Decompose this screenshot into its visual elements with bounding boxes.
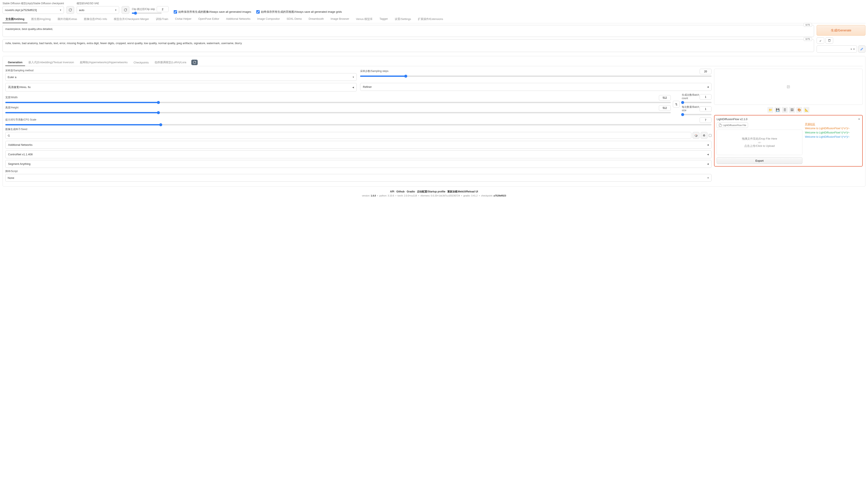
ldf-file-label: LightDiffusionFlow File xyxy=(716,123,748,128)
tab-14[interactable]: Tagger xyxy=(376,15,391,23)
send-inpaint-button[interactable]: 🎨 xyxy=(796,107,802,113)
sub-tab-4[interactable]: 低秩微调模型(LoRA)/Lora xyxy=(152,59,189,66)
width-input[interactable] xyxy=(659,95,671,101)
footer-link-0[interactable]: API xyxy=(390,190,394,193)
ckpt-field: Stable Diffusion 模型(ckpt)/Stable Diffusi… xyxy=(2,2,64,14)
save-grids-label: 始终保存所有生成的宫格图/Always save all generated i… xyxy=(261,10,342,14)
send-extras-button[interactable]: 📐 xyxy=(804,107,809,113)
batch-count-slider[interactable] xyxy=(682,102,712,103)
cfg-input[interactable] xyxy=(700,117,712,123)
checkbox-icon[interactable] xyxy=(174,10,177,13)
footer-link-4[interactable]: 重新加载WebUI/Reload UI xyxy=(447,190,478,193)
tab-5[interactable]: 训练/Train xyxy=(153,15,171,23)
tab-3[interactable]: 图像信息/PNG Info xyxy=(81,15,110,23)
seed-extra-checkbox[interactable] xyxy=(709,134,712,137)
ldf-export-button[interactable]: Export xyxy=(716,157,803,164)
sub-tab-1[interactable]: 嵌入式(Embedding)/Textual Inversion xyxy=(26,59,77,66)
tab-13[interactable]: Venus 模型库 xyxy=(353,15,376,23)
footer-link-2[interactable]: Gradio xyxy=(406,190,415,193)
additional-networks-accordion[interactable]: Additional Networks ◀ xyxy=(5,141,712,149)
footer-link-1[interactable]: Github xyxy=(396,190,405,193)
script-label: 脚本/Script xyxy=(5,169,712,173)
height-slider[interactable] xyxy=(5,112,671,113)
batch-size-input[interactable] xyxy=(700,106,712,112)
segment-anything-accordion[interactable]: Segment Anything ◀ xyxy=(5,160,712,168)
script-select[interactable]: None ▼ xyxy=(5,174,712,181)
tab-4[interactable]: 模型合并/Checkpoint Merger xyxy=(111,15,152,23)
tab-9[interactable]: Image Compositor xyxy=(254,15,283,23)
folder-button[interactable]: 📁 xyxy=(767,107,773,113)
tab-1[interactable]: 图生图/img2img xyxy=(28,15,54,23)
clip-slider[interactable] xyxy=(132,12,162,14)
arrow-down-left-button[interactable]: ↙ xyxy=(817,37,824,44)
checkbox-icon[interactable] xyxy=(256,10,260,13)
save-button[interactable]: 💾 xyxy=(775,107,781,113)
steps-slider[interactable] xyxy=(360,75,712,77)
save-grids-checkbox[interactable]: 始终保存所有生成的宫格图/Always save all generated i… xyxy=(256,10,342,14)
batch-size-label: 每次数量/Batch size xyxy=(682,105,700,112)
negative-prompt-input[interactable] xyxy=(2,39,814,52)
tab-12[interactable]: Image Browser xyxy=(328,15,352,23)
edit-styles-button[interactable] xyxy=(858,45,866,53)
steps-input[interactable] xyxy=(700,69,712,74)
trash-button[interactable] xyxy=(826,37,833,44)
footer-link-3[interactable]: 启动配置/Startup profile xyxy=(417,190,445,193)
sampler-select[interactable]: Euler a ▼ xyxy=(5,73,357,81)
vae-select[interactable]: auto ▼ xyxy=(77,6,119,14)
footer-links: API · Github · Gradio · 启动配置/Startup pro… xyxy=(2,190,866,194)
styles-select[interactable]: × ▼ xyxy=(817,45,857,53)
chevron-left-icon: ◀ xyxy=(707,86,709,88)
ckpt-refresh-button[interactable] xyxy=(66,6,74,14)
height-input[interactable] xyxy=(659,105,671,111)
seed-recycle-button[interactable]: ♻ xyxy=(701,132,707,139)
cfg-slider[interactable] xyxy=(5,124,712,125)
batch-size-slider[interactable] xyxy=(682,114,712,115)
tab-8[interactable]: Additional Networks xyxy=(223,15,254,23)
batch-count-input[interactable] xyxy=(700,94,712,100)
batch-count-label: 生成次数/Batch count xyxy=(682,93,700,100)
clip-label: Clip 跳过层/Clip skip xyxy=(132,8,155,11)
main-tabs: 文生图/txt2img图生图/img2img额外功能/Extras图像信息/PN… xyxy=(2,15,866,23)
tab-2[interactable]: 额外功能/Extras xyxy=(54,15,80,23)
refiner-label: Refiner xyxy=(363,85,372,88)
vae-refresh-button[interactable] xyxy=(122,6,129,14)
ckpt-label: Stable Diffusion 模型(ckpt)/Stable Diffusi… xyxy=(2,2,64,5)
ldf-community-link[interactable]: 开源社区 xyxy=(805,123,860,126)
save-images-checkbox[interactable]: 始终保存所有生成的图像/Always save all generated im… xyxy=(174,10,251,14)
drop-line1: 拖拽文件至此/Drop File Here xyxy=(742,137,777,141)
tab-15[interactable]: 设置/Settings xyxy=(392,15,414,23)
ldf-drop-zone[interactable]: 拖拽文件至此/Drop File Here -or- 点击上传/Click to… xyxy=(716,130,803,155)
zip-button[interactable]: 🗄 xyxy=(782,107,788,113)
tab-16[interactable]: 扩展插件/Extensions xyxy=(415,15,446,23)
sub-tab-0[interactable]: Generation xyxy=(5,59,25,66)
tab-0[interactable]: 文生图/txt2img xyxy=(2,15,28,23)
tab-7[interactable]: OpenPose Editor xyxy=(195,15,222,23)
sub-tab-3[interactable]: Checkpoints xyxy=(131,59,152,66)
segment-label: Segment Anything xyxy=(8,162,31,166)
swap-dimensions-button[interactable]: ⇅ xyxy=(673,101,680,107)
file-icon xyxy=(719,124,722,127)
generate-button[interactable]: 生成/Generate xyxy=(817,25,866,36)
tab-10[interactable]: SDXL Demo xyxy=(284,15,305,23)
width-slider[interactable] xyxy=(5,102,671,103)
ldf-msg-2: Welcome to LightDiffusionFlow! \(^o^)/~ xyxy=(805,131,860,134)
sub-tab-2[interactable]: 超网络(Hypernetworks)/Hypernetworks xyxy=(77,59,130,66)
footer: API · Github · Gradio · 启动配置/Startup pro… xyxy=(2,190,866,197)
extra-networks-refresh-button[interactable] xyxy=(191,60,198,65)
vae-value: auto xyxy=(79,9,84,12)
send-img2img-button[interactable]: 🖼 xyxy=(789,107,795,113)
header-bar: Stable Diffusion 模型(ckpt)/Stable Diffusi… xyxy=(2,2,866,14)
seed-random-button[interactable]: 🎲 xyxy=(693,132,700,139)
hires-fix-accordion[interactable]: 高清修复/Hires. fix ◀ xyxy=(5,83,357,92)
ckpt-select[interactable]: novelAI.ckpt [a7529df023] ▼ xyxy=(2,6,64,14)
positive-prompt-input[interactable] xyxy=(2,25,814,37)
vae-label: 模型的VAE/SD VAE xyxy=(77,2,119,5)
chevron-down-icon[interactable]: ▼ xyxy=(858,118,860,120)
tab-11[interactable]: Dreambooth xyxy=(306,15,327,23)
chevron-down-icon: ▼ xyxy=(707,177,709,179)
clip-input[interactable] xyxy=(157,6,168,12)
refiner-accordion[interactable]: Refiner ◀ xyxy=(360,83,712,91)
tab-6[interactable]: Civitai Helper xyxy=(172,15,194,23)
seed-input[interactable] xyxy=(5,132,691,139)
controlnet-accordion[interactable]: ControlNet v1.1.408 ◀ xyxy=(5,150,712,158)
